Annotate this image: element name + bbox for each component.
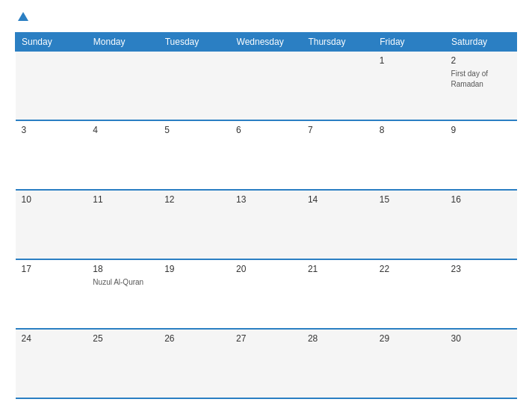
day-number: 28 — [308, 333, 368, 344]
calendar-cell: 16 — [445, 190, 517, 259]
calendar-cell: 20 — [230, 259, 302, 329]
weekday-header-monday: Monday — [87, 33, 158, 52]
calendar-cell — [87, 52, 158, 121]
day-number: 15 — [380, 194, 439, 205]
day-number: 17 — [22, 264, 81, 274]
day-number: 5 — [164, 125, 224, 135]
weekday-header-tuesday: Tuesday — [158, 33, 230, 52]
day-number: 27 — [236, 333, 296, 344]
day-number: 25 — [93, 333, 152, 344]
calendar-week-row: 10111213141516 — [16, 190, 517, 259]
weekday-header-saturday: Saturday — [445, 33, 517, 52]
day-number: 16 — [451, 194, 511, 205]
calendar-header — [15, 12, 517, 22]
day-number: 10 — [22, 194, 81, 205]
calendar-week-row: 24252627282930 — [16, 329, 517, 398]
day-number: 8 — [380, 125, 439, 135]
calendar-cell: 19 — [158, 259, 230, 329]
calendar-cell: 12 — [158, 190, 230, 259]
day-number: 7 — [308, 125, 368, 135]
calendar-cell: 10 — [16, 190, 87, 259]
calendar-cell: 3 — [16, 120, 87, 190]
calendar-cell: 28 — [302, 329, 374, 398]
calendar-cell: 13 — [230, 190, 302, 259]
calendar-cell: 30 — [445, 329, 517, 398]
calendar-cell: 6 — [230, 120, 302, 190]
day-number: 12 — [164, 194, 224, 205]
calendar-cell: 26 — [158, 329, 230, 398]
calendar-week-row: 3456789 — [16, 120, 517, 190]
calendar-cell: 22 — [374, 259, 445, 329]
calendar-week-row: 12First day of Ramadan — [16, 52, 517, 121]
day-number: 9 — [451, 125, 511, 135]
calendar-cell: 15 — [374, 190, 445, 259]
day-number: 14 — [308, 194, 368, 205]
day-number: 6 — [236, 125, 296, 135]
day-number: 29 — [380, 333, 439, 344]
calendar-cell: 21 — [302, 259, 374, 329]
day-number: 19 — [164, 264, 224, 274]
calendar-cell — [230, 52, 302, 121]
calendar-cell: 2First day of Ramadan — [445, 52, 517, 121]
weekday-header-sunday: Sunday — [16, 33, 87, 52]
calendar-cell: 14 — [302, 190, 374, 259]
day-number: 23 — [451, 264, 511, 274]
calendar-cell: 8 — [374, 120, 445, 190]
day-number: 30 — [451, 333, 511, 344]
weekday-header-wednesday: Wednesday — [230, 33, 302, 52]
calendar-cell: 29 — [374, 329, 445, 398]
calendar-cell: 27 — [230, 329, 302, 398]
event-text: Nuzul Al-Quran — [93, 278, 143, 286]
calendar-cell: 17 — [16, 259, 87, 329]
day-number: 11 — [93, 194, 152, 205]
calendar-cell: 1 — [374, 52, 445, 121]
day-number: 21 — [308, 264, 368, 274]
weekday-header-thursday: Thursday — [302, 33, 374, 52]
calendar-week-row: 1718Nuzul Al-Quran1920212223 — [16, 259, 517, 329]
calendar-cell: 7 — [302, 120, 374, 190]
day-number: 3 — [22, 125, 81, 135]
calendar-cell — [16, 52, 87, 121]
weekday-header-friday: Friday — [374, 33, 445, 52]
weekday-header-row: SundayMondayTuesdayWednesdayThursdayFrid… — [16, 33, 517, 52]
day-number: 18 — [93, 264, 152, 274]
calendar-cell: 11 — [87, 190, 158, 259]
event-text: First day of Ramadan — [451, 69, 488, 88]
day-number: 20 — [236, 264, 296, 274]
calendar-cell: 24 — [16, 329, 87, 398]
calendar-cell: 4 — [87, 120, 158, 190]
calendar-table: SundayMondayTuesdayWednesdayThursdayFrid… — [15, 32, 517, 399]
day-number: 2 — [451, 55, 511, 66]
calendar-cell — [158, 52, 230, 121]
calendar-cell: 18Nuzul Al-Quran — [87, 259, 158, 329]
calendar-cell: 23 — [445, 259, 517, 329]
day-number: 24 — [22, 333, 81, 344]
logo-triangle-icon — [18, 12, 28, 21]
day-number: 22 — [380, 264, 439, 274]
calendar-cell — [302, 52, 374, 121]
logo — [15, 12, 28, 22]
calendar-cell: 25 — [87, 329, 158, 398]
calendar-cell: 5 — [158, 120, 230, 190]
day-number: 26 — [164, 333, 224, 344]
day-number: 13 — [236, 194, 296, 205]
day-number: 4 — [93, 125, 152, 135]
day-number: 1 — [380, 55, 439, 66]
calendar-cell: 9 — [445, 120, 517, 190]
